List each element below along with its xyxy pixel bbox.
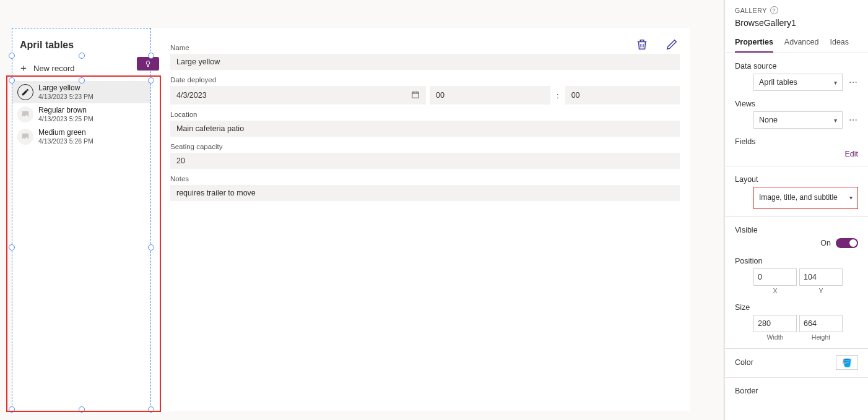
- tab-ideas[interactable]: Ideas: [830, 34, 849, 53]
- gallery-title: April tables: [12, 28, 150, 59]
- panel-tabs: Properties Advanced Ideas: [725, 34, 868, 53]
- app-card: April tables ＋ New record Large yellow 4…: [12, 28, 690, 411]
- item-title: Medium green: [38, 129, 93, 137]
- plus-icon: ＋: [19, 62, 28, 75]
- label-datasource: Data source: [735, 62, 858, 71]
- tab-advanced[interactable]: Advanced: [784, 34, 819, 53]
- label-views: Views: [735, 100, 858, 108]
- edit-icon[interactable]: [665, 38, 679, 54]
- datasource-select[interactable]: April tables ▾: [753, 74, 843, 91]
- new-record-label: New record: [33, 64, 74, 73]
- label-date-deployed: Date deployed: [170, 76, 680, 84]
- properties-panel: GALLERY ? BrowseGallery1 Properties Adva…: [724, 0, 868, 420]
- delete-icon[interactable]: [635, 38, 649, 54]
- label-color: Color: [735, 358, 753, 367]
- position-x-input[interactable]: [753, 268, 797, 286]
- more-icon[interactable]: ⋯: [849, 115, 858, 125]
- item-subtitle: 4/13/2023 5:23 PM: [38, 93, 93, 100]
- label-name: Name: [170, 44, 680, 51]
- detail-form: Name Large yellow Date deployed 4/3/2023…: [160, 28, 690, 411]
- label-border: Border: [735, 387, 858, 395]
- calendar-icon: [411, 90, 420, 101]
- help-icon[interactable]: ?: [770, 6, 778, 14]
- record-list: Large yellow 4/13/2023 5:23 PM Regular b…: [12, 81, 150, 148]
- ideas-bulb-icon[interactable]: [137, 57, 159, 71]
- label-position: Position: [735, 257, 858, 265]
- chevron-down-icon: ▾: [834, 117, 837, 124]
- time-separator: :: [554, 91, 562, 100]
- color-picker[interactable]: 🪣: [836, 355, 858, 370]
- label-fields: Fields: [735, 137, 858, 146]
- label-visible: Visible: [735, 226, 858, 234]
- label-notes: Notes: [170, 175, 680, 182]
- image-placeholder-icon: [17, 129, 33, 145]
- paint-bucket-icon: 🪣: [842, 358, 852, 367]
- views-select[interactable]: None ▾: [753, 111, 843, 129]
- visible-toggle[interactable]: [836, 238, 858, 248]
- value-seating: 20: [170, 153, 680, 169]
- value-name: Large yellow: [170, 54, 680, 70]
- browse-gallery[interactable]: April tables ＋ New record Large yellow 4…: [12, 28, 151, 411]
- label-location: Location: [170, 111, 680, 118]
- hour-field[interactable]: 00: [430, 86, 550, 105]
- list-item[interactable]: Regular brown 4/13/2023 5:25 PM: [12, 103, 150, 126]
- item-title: Large yellow: [38, 84, 93, 93]
- item-title: Regular brown: [38, 106, 93, 115]
- item-subtitle: 4/13/2023 5:25 PM: [38, 115, 93, 122]
- pencil-icon: [17, 84, 33, 100]
- chevron-down-icon: ▾: [834, 79, 837, 86]
- new-record-row[interactable]: ＋ New record: [12, 59, 150, 81]
- item-subtitle: 4/13/2023 5:26 PM: [38, 137, 93, 145]
- size-width-input[interactable]: [753, 315, 797, 332]
- date-field[interactable]: 4/3/2023: [170, 86, 426, 105]
- size-height-input[interactable]: [799, 315, 843, 332]
- chevron-down-icon: ▾: [849, 194, 853, 202]
- svg-rect-0: [412, 92, 419, 97]
- label-size: Size: [735, 303, 858, 312]
- value-notes: requires trailer to move: [170, 185, 680, 201]
- visible-state: On: [820, 239, 831, 247]
- image-placeholder-icon: [17, 106, 33, 122]
- control-name: BrowseGallery1: [735, 18, 858, 28]
- label-layout: Layout: [735, 175, 858, 184]
- canvas-area: April tables ＋ New record Large yellow 4…: [0, 0, 723, 420]
- minute-field[interactable]: 00: [565, 86, 680, 105]
- value-location: Main cafeteria patio: [170, 121, 680, 137]
- panel-header: GALLERY ?: [735, 6, 858, 14]
- layout-select[interactable]: Image, title, and subtitle ▾: [753, 187, 858, 209]
- label-seating: Seating capacity: [170, 143, 680, 150]
- tab-properties[interactable]: Properties: [735, 34, 773, 53]
- list-item[interactable]: Large yellow 4/13/2023 5:23 PM: [12, 81, 150, 103]
- position-y-input[interactable]: [799, 268, 843, 286]
- fields-edit-link[interactable]: Edit: [735, 150, 858, 158]
- list-item[interactable]: Medium green 4/13/2023 5:26 PM: [12, 126, 150, 148]
- more-icon[interactable]: ⋯: [849, 77, 858, 87]
